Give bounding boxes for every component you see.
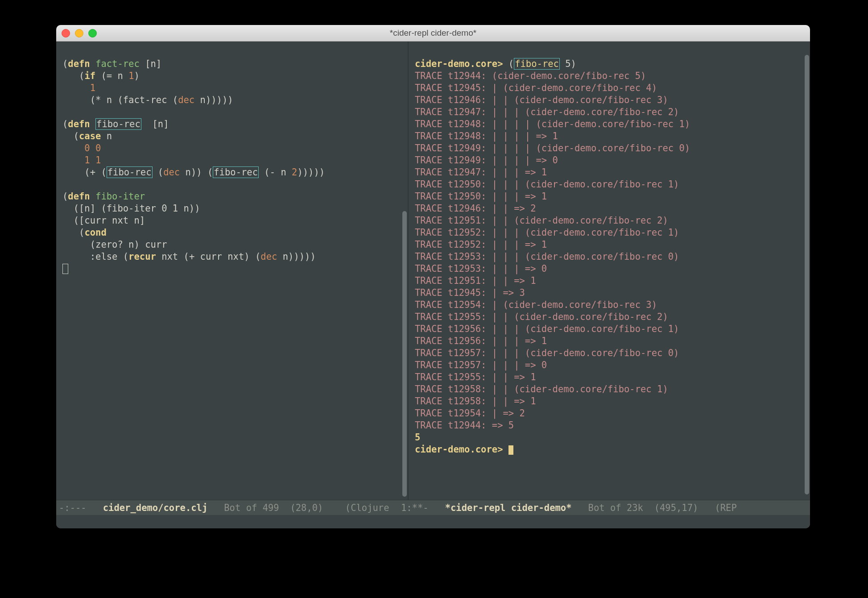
minimize-icon[interactable] bbox=[75, 29, 83, 37]
trace-line: TRACE t12951: | | (cider-demo.core/fibo-… bbox=[415, 215, 668, 226]
trace-line: TRACE t12948: | | | | => 1 bbox=[415, 131, 558, 141]
close-icon[interactable] bbox=[62, 29, 70, 37]
trace-line: TRACE t12950: | | | (cider-demo.core/fib… bbox=[415, 179, 679, 190]
cursor bbox=[62, 264, 68, 274]
trace-line: TRACE t12944: (cider-demo.core/fibo-rec … bbox=[415, 71, 646, 81]
trace-line: TRACE t12957: | | | => 0 bbox=[415, 360, 547, 370]
trace-line: TRACE t12956: | | | (cider-demo.core/fib… bbox=[415, 324, 679, 334]
repl-input-fn: fibo-rec bbox=[514, 58, 560, 70]
trace-line: TRACE t12949: | | | | (cider-demo.core/f… bbox=[415, 143, 690, 154]
modeline-right-mode: (REP bbox=[698, 502, 736, 513]
traffic-lights bbox=[62, 29, 97, 37]
fibo-rec-ref: fibo-rec bbox=[213, 166, 259, 178]
trace-line: TRACE t12948: | | | | (cider-demo.core/f… bbox=[415, 119, 690, 129]
zoom-icon[interactable] bbox=[88, 29, 97, 37]
modeline-left-pos: Bot of 499 (28,0) bbox=[207, 502, 323, 513]
modeline-right-pos: Bot of 23k (495,17) bbox=[572, 502, 699, 513]
emacs-window: *cider-repl cider-demo* (defn fact-rec [… bbox=[56, 25, 810, 528]
trace-line: TRACE t12946: | | => 2 bbox=[415, 203, 536, 214]
trace-line: TRACE t12950: | | | => 1 bbox=[415, 191, 547, 202]
trace-line: TRACE t12952: | | | (cider-demo.core/fib… bbox=[415, 227, 679, 238]
trace-line: TRACE t12947: | | | (cider-demo.core/fib… bbox=[415, 107, 679, 117]
window-titlebar[interactable]: *cider-repl cider-demo* bbox=[56, 25, 810, 42]
trace-line: TRACE t12945: | => 3 bbox=[415, 287, 525, 298]
window-title: *cider-repl cider-demo* bbox=[56, 28, 810, 38]
defn-keyword: defn bbox=[68, 191, 95, 202]
repl-prompt-2: cider-demo.core> bbox=[415, 444, 503, 455]
trace-line: TRACE t12956: | | | => 1 bbox=[415, 336, 547, 346]
case-keyword: case bbox=[79, 131, 101, 141]
fn-name-fibo-rec: fibo-rec bbox=[95, 118, 141, 130]
recur-keyword: recur bbox=[128, 251, 156, 262]
defn-keyword: defn bbox=[68, 58, 95, 69]
fibo-rec-ref: fibo-rec bbox=[107, 166, 153, 178]
trace-line: TRACE t12949: | | | | => 0 bbox=[415, 155, 558, 166]
modeline-left-mode: (Clojure bbox=[323, 502, 394, 513]
trace-line: TRACE t12946: | | (cider-demo.core/fibo-… bbox=[415, 95, 668, 105]
scrollbar-right[interactable] bbox=[805, 55, 809, 494]
repl-prompt: cider-demo.core> bbox=[415, 58, 503, 69]
minibuffer[interactable] bbox=[56, 515, 810, 528]
trace-line: TRACE t12951: | | => 1 bbox=[415, 275, 536, 286]
trace-line: TRACE t12955: | | (cider-demo.core/fibo-… bbox=[415, 311, 668, 322]
repl-pane[interactable]: cider-demo.core> (fibo-rec 5) TRACE t129… bbox=[409, 42, 810, 500]
repl-result: 5 bbox=[415, 432, 420, 443]
source-pane[interactable]: (defn fact-rec [n] (if (= n 1) 1 (* n (f… bbox=[56, 42, 409, 500]
defn-keyword: defn bbox=[68, 119, 95, 129]
fn-name-fact-rec: fact-rec bbox=[95, 58, 140, 69]
trace-line: TRACE t12954: | => 2 bbox=[415, 408, 525, 419]
trace-line: TRACE t12953: | | | => 0 bbox=[415, 263, 547, 274]
trace-line: TRACE t12957: | | | (cider-demo.core/fib… bbox=[415, 348, 679, 358]
trace-line: TRACE t12955: | | => 1 bbox=[415, 372, 536, 382]
trace-line: TRACE t12944: => 5 bbox=[415, 420, 514, 431]
repl-cursor bbox=[508, 445, 513, 455]
modeline-right-buffer[interactable]: *cider-repl cider-demo* bbox=[445, 502, 572, 513]
trace-line: TRACE t12958: | | => 1 bbox=[415, 396, 536, 407]
modeline-left-buffer[interactable]: cider_demo/core.clj bbox=[103, 502, 208, 513]
trace-line: TRACE t12947: | | | => 1 bbox=[415, 167, 547, 178]
trace-line: TRACE t12952: | | | => 1 bbox=[415, 239, 547, 250]
modeline-right-flags: 1:**- bbox=[401, 502, 445, 513]
trace-line: TRACE t12953: | | | (cider-demo.core/fib… bbox=[415, 251, 679, 262]
trace-line: TRACE t12958: | | (cider-demo.core/fibo-… bbox=[415, 384, 668, 395]
scrollbar-left[interactable] bbox=[402, 211, 407, 497]
if-keyword: if bbox=[84, 71, 95, 81]
trace-line: TRACE t12954: | (cider-demo.core/fibo-re… bbox=[415, 299, 657, 310]
fn-name-fibo-iter: fibo-iter bbox=[95, 191, 145, 202]
editor-area: (defn fact-rec [n] (if (= n 1) 1 (* n (f… bbox=[56, 42, 810, 500]
modeline-left-flags: -:--- bbox=[59, 502, 103, 513]
trace-line: TRACE t12945: | (cider-demo.core/fibo-re… bbox=[415, 83, 657, 93]
cond-keyword: cond bbox=[84, 227, 106, 238]
modeline: -:--- cider_demo/core.clj Bot of 499 (28… bbox=[56, 500, 810, 515]
